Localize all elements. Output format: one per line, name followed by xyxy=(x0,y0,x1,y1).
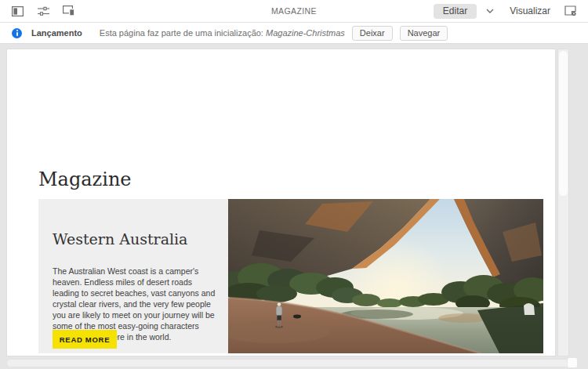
vertical-scrollbar-thumb[interactable] xyxy=(559,51,568,196)
launch-message: Esta página faz parte de uma inicializaç… xyxy=(100,28,345,38)
horizontal-scrollbar-thumb[interactable] xyxy=(567,357,578,368)
leave-launch-button[interactable]: Deixar xyxy=(352,26,393,41)
aem-editor-window: MAGAZINE Editar Visualizar Lançamento E xyxy=(0,0,588,369)
style-filters-icon[interactable] xyxy=(34,2,53,20)
top-toolbar: MAGAZINE Editar Visualizar xyxy=(0,0,588,23)
launch-badge: Lançamento xyxy=(31,28,82,38)
toolbar-right-group: Editar Visualizar xyxy=(434,0,580,22)
side-panel-toggle-icon[interactable] xyxy=(8,2,27,20)
read-more-button[interactable]: READ MORE xyxy=(53,330,117,349)
horizontal-scrollbar[interactable] xyxy=(6,359,572,367)
launch-name: Magazine-Christmas xyxy=(266,28,345,38)
launch-message-text: Esta página faz parte de uma inicializaç… xyxy=(100,28,263,38)
article-image[interactable] xyxy=(228,199,543,353)
gorge-river-photo xyxy=(228,199,543,353)
preview-button[interactable]: Visualizar xyxy=(506,5,554,16)
device-emulator-icon[interactable] xyxy=(60,2,78,20)
editor-area: Magazine Western Australia The Australia… xyxy=(0,44,588,369)
edit-mode-button[interactable]: Editar xyxy=(434,4,477,19)
launch-notification-bar: Lançamento Esta página faz parte de uma … xyxy=(0,23,588,44)
chevron-down-icon[interactable] xyxy=(485,9,495,13)
article-teaser-card[interactable]: Western Australia The Australian West co… xyxy=(38,199,228,353)
toolbar-left-group xyxy=(8,0,78,22)
magazine-heading[interactable]: Magazine xyxy=(38,168,132,190)
page-settings-icon[interactable] xyxy=(561,2,580,20)
info-icon xyxy=(12,28,22,38)
article-title: Western Australia xyxy=(53,230,187,248)
vertical-scrollbar[interactable] xyxy=(557,49,569,356)
page-content-frame: Magazine Western Australia The Australia… xyxy=(6,49,556,356)
browse-launch-button[interactable]: Navegar xyxy=(400,26,448,41)
